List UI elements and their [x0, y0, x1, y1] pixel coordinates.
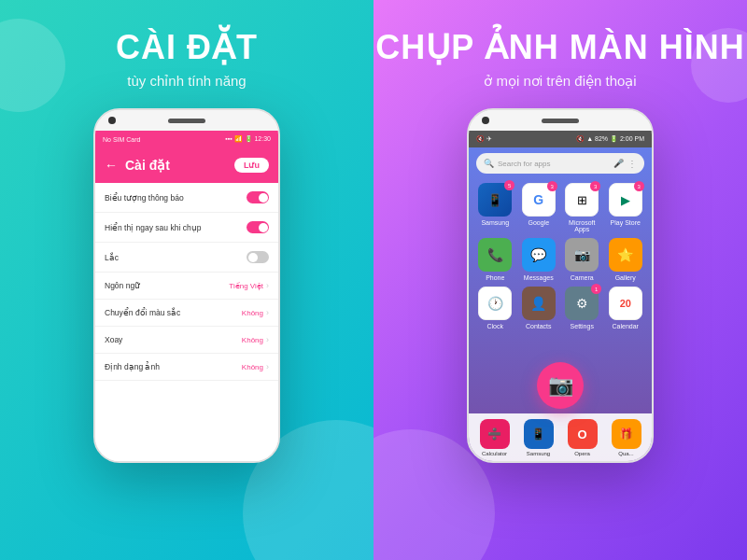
app-phone[interactable]: 📞 Phone [476, 238, 514, 281]
app-playstore[interactable]: ▶ 3 Play Store [607, 183, 645, 232]
app-samsung[interactable]: 📱 5 Samsung [476, 183, 514, 232]
right-phone-camera [482, 117, 489, 124]
dock-samsung[interactable]: 📱 Samsung [518, 419, 558, 459]
phone-speaker [168, 119, 205, 123]
status-bar: No SIM Card ▪▪▪ 📶 🔋 12:30 [95, 131, 278, 147]
app-clock[interactable]: 🕐 Clock [476, 287, 514, 329]
left-phone-mockup: No SIM Card ▪▪▪ 📶 🔋 12:30 ← Cài đặt Lưu … [93, 108, 280, 463]
right-phone-mockup: 🔇 ✈ 🔇 ▲ 82% 🔋 2:00 PM 🔍 Search for apps … [467, 108, 654, 463]
settings-icon: ⚙ 1 [565, 287, 599, 320]
left-panel-subtitle: tùy chỉnh tính năng [127, 73, 246, 90]
microsoft-label: Microsoft Apps [563, 219, 601, 232]
dock-calculator[interactable]: ➗ Calculator [474, 419, 514, 459]
google-badge: 3 [547, 181, 557, 191]
app-google[interactable]: G 3 Google [520, 183, 558, 232]
settings-header: ← Cài đặt Lưu [95, 147, 278, 183]
right-phone-inner: 🔇 ✈ 🔇 ▲ 82% 🔋 2:00 PM 🔍 Search for apps … [469, 131, 652, 463]
left-panel: CÀI ĐẶT tùy chỉnh tính năng No SIM Card … [0, 0, 374, 560]
clock-icon: 🕐 [478, 287, 512, 320]
home-search-bar[interactable]: 🔍 Search for apps 🎤 ⋮ [476, 153, 644, 174]
settings-value-format: Không [242, 363, 263, 371]
settings-item-show-after-capture[interactable]: Hiển thị ngay sau khi chụp [95, 213, 278, 243]
settings-item-shake[interactable]: Lắc [95, 243, 278, 273]
settings-label-4: Chuyển đổi màu sắc [105, 308, 242, 317]
home-screen: 🔍 Search for apps 🎤 ⋮ 📱 5 Samsung [469, 147, 652, 463]
settings-value-color: Không [242, 309, 263, 317]
contacts-icon: 👤 [522, 287, 556, 320]
settings-item-color[interactable]: Chuyển đổi màu sắc Không › [95, 300, 278, 327]
phone-label: Phone [486, 274, 504, 281]
search-placeholder: Search for apps [498, 160, 610, 168]
bottom-dock: ➗ Calculator 📱 Samsung O O [469, 413, 652, 463]
google-label: Google [528, 219, 549, 226]
phone-camera [108, 117, 116, 124]
clock-label: Clock [486, 323, 503, 329]
playstore-badge: 3 [634, 181, 644, 191]
settings-value-rotate: Không [242, 336, 263, 344]
settings-label-1: Hiển thị ngay sau khi chụp [105, 223, 247, 232]
search-icon: 🔍 [484, 159, 494, 168]
dock-gift-icon: 🎁 [612, 419, 641, 449]
save-button[interactable]: Lưu [234, 158, 269, 173]
google-icon: G 3 [522, 183, 556, 217]
settings-list: Biểu tượng thông báo Hiển thị ngay sau k… [95, 183, 278, 463]
app-messages[interactable]: 💬 Messages [520, 238, 558, 281]
status-left: No SIM Card [103, 136, 140, 143]
right-panel-title: CHỤP ẢNH MÀN HÌNH [375, 28, 744, 67]
playstore-icon: ▶ 3 [609, 183, 642, 217]
dock-samsung-label: Samsung [527, 451, 550, 456]
dock-gift[interactable]: 🎁 Qua... [606, 419, 646, 459]
app-gallery[interactable]: ⭐ Gallery [607, 238, 645, 281]
phone-top-bar [95, 110, 278, 131]
settings-item-language[interactable]: Ngôn ngữ Tiếng Việt › [95, 273, 278, 300]
chevron-rotate: › [266, 335, 269, 344]
app-microsoft[interactable]: ⊞ 3 Microsoft Apps [563, 183, 601, 232]
toggle-notification[interactable] [247, 191, 269, 203]
samsung-label: Samsung [481, 219, 509, 226]
app-settings[interactable]: ⚙ 1 Settings [563, 287, 601, 329]
settings-label-5: Xoay [105, 335, 242, 344]
chevron-format: › [266, 362, 269, 371]
apps-grid: 📱 5 Samsung G 3 Google [469, 179, 652, 333]
settings-item-rotate[interactable]: Xoay Không › [95, 327, 278, 354]
calendar-label: Calendar [613, 323, 639, 329]
messages-icon: 💬 [522, 238, 556, 272]
phone-icon: 📞 [478, 238, 512, 272]
dock-opera-icon: O [568, 419, 598, 449]
deco-circle-2 [0, 19, 65, 112]
phone-inner: No SIM Card ▪▪▪ 📶 🔋 12:30 ← Cài đặt Lưu … [95, 131, 278, 463]
settings-label-0: Biểu tượng thông báo [105, 193, 247, 203]
dock-calc-icon: ➗ [480, 419, 510, 449]
right-phone-speaker [542, 119, 579, 123]
settings-badge: 1 [591, 284, 601, 294]
chevron-language: › [266, 281, 269, 290]
toggle-show-after[interactable] [247, 221, 269, 233]
toggle-shake[interactable] [247, 251, 269, 263]
mic-icon: 🎤 [613, 159, 624, 168]
right-phone-top-bar [469, 110, 652, 131]
settings-label-2: Lắc [105, 253, 247, 262]
camera-label: Camera [571, 274, 594, 281]
calendar-icon: 20 [609, 287, 642, 320]
back-button[interactable]: ← [105, 158, 118, 173]
playstore-label: Play Store [611, 219, 641, 226]
app-calendar[interactable]: 20 Calendar [607, 287, 645, 329]
settings-item-format[interactable]: Định dạng ảnh Không › [95, 354, 278, 381]
samsung-badge: 5 [504, 180, 514, 190]
dock-opera-label: Opera [574, 451, 590, 456]
camera-fab-button[interactable]: 📷 [537, 362, 584, 409]
chevron-color: › [266, 308, 269, 317]
right-panel: CHỤP ẢNH MÀN HÌNH ở mọi nơi trên điện th… [374, 0, 747, 560]
left-panel-title: CÀI ĐẶT [116, 28, 258, 67]
gallery-label: Gallery [615, 274, 636, 281]
settings-label-6: Định dạng ảnh [105, 362, 242, 371]
settings-title: Cài đặt [125, 158, 227, 173]
status-right: ▪▪▪ 📶 🔋 12:30 [225, 135, 271, 143]
right-status-left: 🔇 ✈ [476, 135, 492, 143]
app-camera[interactable]: 📷 Camera [563, 238, 601, 281]
dock-opera[interactable]: O Opera [562, 419, 602, 459]
settings-item-notification[interactable]: Biểu tượng thông báo [95, 183, 278, 213]
right-status-right: 🔇 ▲ 82% 🔋 2:00 PM [576, 135, 644, 143]
contacts-label: Contacts [526, 323, 552, 329]
app-contacts[interactable]: 👤 Contacts [520, 287, 558, 329]
